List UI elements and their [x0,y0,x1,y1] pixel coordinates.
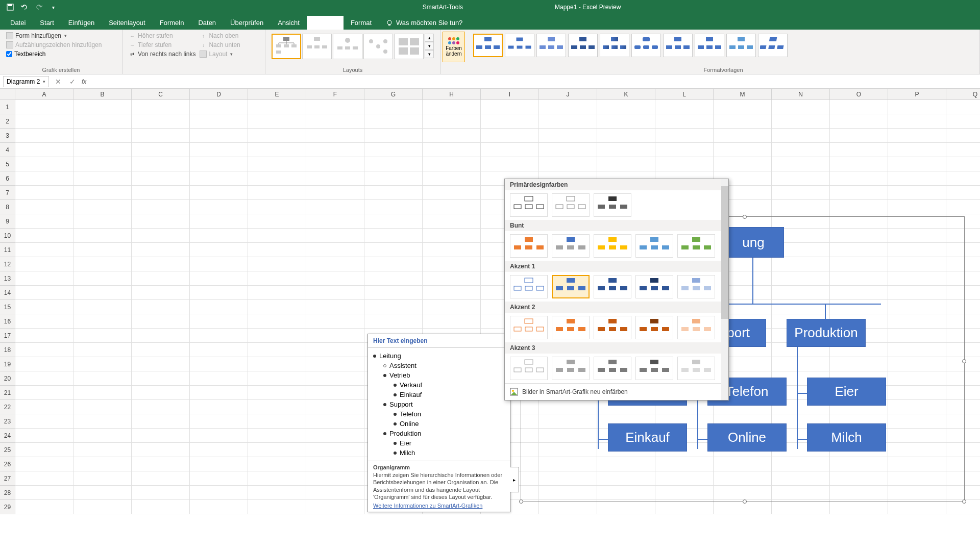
cell[interactable] [190,200,248,214]
cell[interactable] [74,371,132,386]
cell[interactable] [190,486,248,500]
cell[interactable] [190,257,248,271]
cell[interactable] [481,100,539,114]
cell[interactable] [15,100,74,114]
tab-datei[interactable]: Datei [3,16,33,30]
org-node-eier[interactable]: Eier [807,378,886,406]
tab-entwurf[interactable]: Entwurf [307,16,344,30]
cell[interactable] [132,186,190,200]
cell[interactable] [74,357,132,371]
cell[interactable] [190,371,248,386]
cell[interactable] [74,443,132,457]
cell[interactable] [248,200,306,214]
cell[interactable] [830,157,888,171]
cell[interactable] [306,386,364,400]
cell[interactable] [364,243,423,257]
color-option[interactable] [510,316,548,339]
column-header[interactable]: E [248,89,306,100]
cell[interactable] [306,186,364,200]
cell[interactable] [132,300,190,314]
cell[interactable] [132,114,190,129]
cell[interactable] [190,100,248,114]
cell[interactable] [423,300,481,314]
cell[interactable] [248,414,306,429]
row-header[interactable]: 17 [0,329,15,343]
gallery-scroll-down[interactable]: ▾ [425,42,434,50]
cell[interactable] [132,271,190,286]
cell[interactable] [597,100,655,114]
tab-einfuegen[interactable]: Einfügen [61,16,102,30]
cell[interactable] [132,171,190,186]
formula-input[interactable] [90,76,977,87]
cell[interactable] [830,171,888,186]
cell[interactable] [190,157,248,171]
color-option[interactable] [510,357,548,380]
cell[interactable] [539,129,597,143]
column-header[interactable]: M [714,89,772,100]
cell[interactable] [190,314,248,329]
cell[interactable] [423,157,481,171]
cell[interactable] [946,171,980,186]
cell[interactable] [655,100,714,114]
cell[interactable] [248,357,306,371]
cell[interactable] [15,443,74,457]
text-pane-item[interactable]: Eier [373,438,505,448]
cell[interactable] [132,286,190,300]
cell[interactable] [539,500,597,514]
cancel-icon[interactable]: ✕ [53,77,63,87]
cell[interactable] [306,414,364,429]
row-header[interactable]: 1 [0,100,15,114]
org-node-einkauf[interactable]: Einkauf [608,423,687,452]
cell[interactable] [306,129,364,143]
cell[interactable] [306,329,364,343]
cell[interactable] [15,457,74,471]
row-header[interactable]: 13 [0,271,15,286]
cell[interactable] [190,229,248,243]
row-header[interactable]: 3 [0,129,15,143]
row-header[interactable]: 27 [0,471,15,486]
cell[interactable] [190,329,248,343]
cell[interactable] [364,157,423,171]
cell[interactable] [481,129,539,143]
column-header[interactable]: Q [946,89,980,100]
cell[interactable] [888,500,946,514]
cell[interactable] [15,386,74,400]
column-header[interactable]: H [423,89,481,100]
cell[interactable] [15,157,74,171]
cell[interactable] [15,414,74,429]
color-option[interactable] [594,275,631,298]
cell[interactable] [655,157,714,171]
color-option[interactable] [552,357,590,380]
cell[interactable] [423,243,481,257]
cell[interactable] [74,400,132,414]
cell[interactable] [15,329,74,343]
row-header[interactable]: 18 [0,343,15,357]
cell[interactable] [714,129,772,143]
cell[interactable] [190,500,248,514]
cell[interactable] [597,157,655,171]
layout-thumb-5[interactable] [394,34,424,59]
cell[interactable] [190,243,248,257]
org-node-leitung[interactable]: ung [723,227,784,258]
cell[interactable] [364,257,423,271]
cell[interactable] [190,471,248,486]
cell[interactable] [248,329,306,343]
cell[interactable] [15,286,74,300]
cell[interactable] [306,257,364,271]
text-pane-collapse-button[interactable]: ▸ [510,467,519,492]
cell[interactable] [15,486,74,500]
cell[interactable] [74,229,132,243]
column-header[interactable]: I [481,89,539,100]
cell[interactable] [248,443,306,457]
cell[interactable] [15,114,74,129]
cell[interactable] [248,371,306,386]
layout-thumb-4[interactable] [363,34,393,59]
cell[interactable] [74,157,132,171]
row-header[interactable]: 8 [0,200,15,214]
cell[interactable] [946,114,980,129]
row-header[interactable]: 12 [0,257,15,271]
cell[interactable] [364,143,423,157]
text-pane-item[interactable]: Produktion [373,429,505,438]
cell[interactable] [74,329,132,343]
cell[interactable] [190,343,248,357]
